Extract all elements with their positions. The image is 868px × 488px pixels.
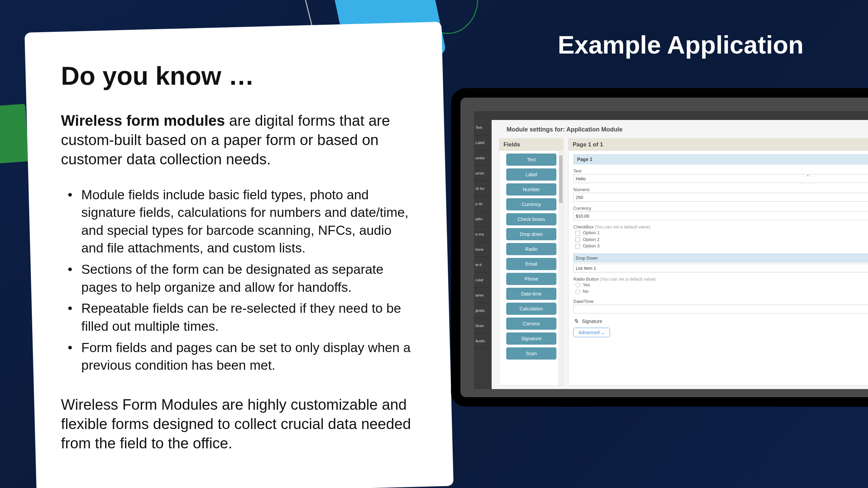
checkbox-option[interactable]: Option 2 — [573, 237, 868, 242]
radio-label-text: Radio Button — [573, 277, 599, 282]
side-item[interactable]: umbe — [474, 150, 492, 166]
bullet-item: Form fields and pages can be set to only… — [61, 339, 417, 374]
advanced-label: Advanced — [578, 330, 599, 335]
page-panel-body: Page 1 Text * Hello Numeric 250 Currency… — [569, 151, 868, 341]
signature-icon: ✎ — [573, 318, 578, 325]
side-item[interactable]: e-ma — [474, 227, 492, 242]
page-panel: Page 1 of 1 Page 1 Text * Hello Numeric … — [568, 138, 868, 386]
field-type-signature-button[interactable]: Signature — [506, 332, 556, 345]
slide-header-title: Example Application — [558, 30, 804, 59]
content-card: Do you know … Wireless form modules are … — [24, 22, 453, 488]
deco-green-shape — [0, 104, 29, 164]
intro-bold: Wireless form modules — [61, 112, 225, 129]
field-type-scan-button[interactable]: Scan — [506, 347, 556, 360]
side-item[interactable]: hone — [474, 242, 492, 257]
field-type-phone-button[interactable]: Phone — [506, 273, 556, 285]
side-item[interactable]: adio — [474, 211, 492, 227]
radio-hint: (You can set a default value) — [600, 277, 656, 282]
field-type-dropdown-button[interactable]: Drop down — [506, 228, 556, 240]
fields-scrollbar-thumb[interactable] — [559, 156, 563, 203]
checkbox-option-label: Option 3 — [583, 243, 599, 248]
field-type-datetime-button[interactable]: Date-time — [506, 288, 556, 300]
card-heading: Do you know … — [61, 61, 417, 90]
dropdown-select[interactable]: List Item 1 — [573, 264, 868, 272]
bullet-item: Repeatable fields can be re-selected if … — [61, 300, 417, 335]
fields-panel: Fields Text Label Number Currency Check … — [499, 138, 564, 386]
page-panel-header: Page 1 of 1 — [569, 139, 868, 151]
radio-option[interactable]: Yes — [573, 282, 868, 288]
side-item[interactable]: Audio — [474, 333, 492, 349]
currency-field-input[interactable]: $10.00 — [573, 211, 868, 220]
side-item[interactable]: amer — [474, 288, 492, 303]
checkbox-option-label: Option 1 — [583, 230, 599, 235]
closing-paragraph: Wireless Form Modules are highly customi… — [61, 395, 417, 453]
side-item[interactable]: urren — [474, 166, 492, 181]
checkbox-hint: (You can set a default value) — [595, 224, 650, 229]
app-topbar — [474, 111, 868, 120]
chevron-down-icon: ⌄ — [601, 330, 605, 335]
checkbox-label-text: CheckBox — [573, 224, 593, 229]
fields-panel-header: Fields — [499, 139, 563, 151]
laptop-mockup: Text Label umbe urren ck bo p do adio e-… — [451, 88, 868, 427]
side-item[interactable]: culat — [474, 272, 492, 288]
app-dark-sidebar: Text Label umbe urren ck bo p do adio e-… — [474, 120, 492, 389]
text-field-input[interactable]: Hello — [573, 174, 868, 183]
intro-paragraph: Wireless form modules are digital forms … — [61, 111, 417, 169]
field-type-camera-button[interactable]: Camera — [506, 318, 556, 330]
required-star-icon: * — [807, 174, 809, 179]
bullet-item: Sections of the form can be designated a… — [61, 261, 417, 296]
datetime-field-input[interactable] — [573, 305, 868, 313]
field-type-radio-button[interactable]: Radio — [506, 243, 556, 255]
numeric-field-label: Numeric — [573, 187, 868, 192]
laptop-screen: Text Label umbe urren ck bo p do adio e-… — [451, 88, 868, 407]
checkbox-option-label: Option 2 — [583, 237, 599, 242]
field-type-calculation-button[interactable]: Calculation — [506, 303, 556, 315]
radio-icon[interactable] — [575, 283, 580, 287]
currency-field-label: Currency — [573, 206, 868, 211]
bullet-item: Module fields include basic field types,… — [61, 186, 417, 258]
dropdown-label-row: Drop Down — [573, 253, 868, 262]
checkbox-field-label: CheckBox (You can set a default value) — [573, 224, 868, 229]
side-item[interactable]: Label — [474, 135, 492, 150]
radio-option[interactable]: No — [573, 289, 868, 294]
checkbox-icon[interactable] — [575, 244, 580, 249]
checkbox-option[interactable]: Option 1 — [573, 230, 868, 236]
field-type-number-button[interactable]: Number — [506, 183, 556, 196]
side-item[interactable]: p do — [474, 196, 492, 211]
checkbox-option[interactable]: Option 3 — [573, 243, 868, 249]
radio-option-label: No — [583, 289, 589, 294]
field-type-label-button[interactable]: Label — [506, 168, 556, 181]
radio-icon[interactable] — [575, 289, 580, 294]
side-item[interactable]: te-ti — [474, 257, 492, 272]
page-title-row: Page 1 — [573, 154, 868, 164]
text-field-label: Text — [573, 168, 868, 174]
radio-option-label: Yes — [583, 282, 590, 287]
field-type-currency-button[interactable]: Currency — [506, 198, 556, 210]
checkbox-icon[interactable] — [575, 231, 580, 236]
datetime-field-label: Date/Time — [573, 299, 868, 304]
bullet-list: Module fields include basic field types,… — [61, 186, 417, 374]
radio-field-label: Radio Button (You can set a default valu… — [573, 277, 868, 282]
side-item[interactable]: Text — [474, 120, 492, 135]
fields-scrollbar[interactable] — [558, 151, 563, 385]
field-type-text-button[interactable]: Text — [506, 154, 556, 166]
side-item[interactable]: Scan — [474, 318, 492, 333]
signature-label: Signature — [582, 319, 602, 324]
module-settings-title: Module settings for: Application Module — [507, 126, 623, 133]
side-item[interactable]: gnatu — [474, 303, 492, 318]
field-type-checkboxes-button[interactable]: Check boxes — [506, 213, 556, 225]
advanced-button[interactable]: Advanced ⌄ — [573, 328, 610, 337]
side-item[interactable]: ck bo — [474, 181, 492, 196]
numeric-field-input[interactable]: 250 — [573, 193, 868, 202]
field-type-email-button[interactable]: Email — [506, 258, 556, 270]
checkbox-icon[interactable] — [575, 237, 580, 242]
signature-row[interactable]: ✎ Signature — [573, 318, 868, 325]
app-window: Text Label umbe urren ck bo p do adio e-… — [474, 111, 868, 389]
fields-panel-body: Text Label Number Currency Check boxes D… — [499, 151, 563, 385]
